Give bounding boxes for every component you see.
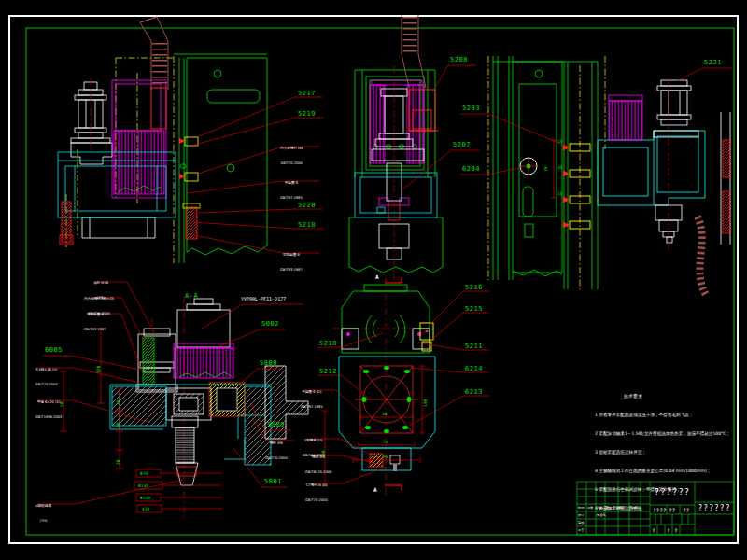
technical-notes: 1 所有零件装配前必须清洗干净，不得有毛刺飞边； 2 装配滚动轴承1～1.5级/… [595,400,733,518]
callout-line: 螺钉 M8 [265,441,288,446]
titleblock-sheet: ? [667,527,670,534]
titleblock-sheet: ? [674,527,678,534]
dim-label: 15 [557,139,562,144]
part-label: 6214 [465,365,483,372]
part-label: 5219 [298,110,316,118]
part-label: 5216 [465,284,483,291]
note-line: 1 所有零件装配前必须清洗干净，不得有毛刺飞边； [595,413,733,419]
callout-line: 平垫圈 8 [280,181,303,186]
dim-label: Φ120 [140,496,150,500]
dim-label: Φ130 [138,483,148,488]
dim-label: 35 [557,165,562,170]
callout-line: GB/T70-2000 [305,498,328,503]
part-label: 5215 [465,305,483,313]
cad-drawing-sheet: 5217 5219 内六角螺钉 M8 GB/T70-2000 平垫圈 8 GB/… [0,0,747,560]
fastener-callout: T2 螺钉-B (D) GB/T70-2000 [305,473,328,509]
callout-line: T2 螺钉-B (D) [305,483,328,488]
callout-line: 弹簧垫圈 8 [280,253,303,258]
fastener-callout: 3-M6×16 (A) GB/T70-2000 [35,357,58,393]
part-label: 5217 [298,90,316,97]
callout-line: 平垫圈 6 (D) [301,390,323,395]
callout-line: GB/T93-1987 [280,268,303,273]
titleblock-drawing-title: ?????? [651,487,694,497]
callout-line: 油标 M16 [93,281,108,286]
callout-line: GB/T97-1985 [280,196,303,201]
dim-label: 78 [116,400,120,405]
callout-line: 螺母 M6 [305,455,331,460]
part-label: 5220 [298,202,316,209]
titleblock-cell-label: 处数 [587,506,593,510]
dim-label: 90 [383,455,388,459]
motor-model-callout: YVP90L-PF11-D177 [241,296,286,301]
part-label: 6005 [45,346,63,354]
dim-label: 15 [557,191,562,196]
part-label: 5210 [319,340,337,347]
callout-line: 内六角螺钉 M8 [280,147,303,151]
notes-title: 技术要求 [605,393,661,399]
dim-label: 30 [116,460,120,465]
part-label: 6204 [462,165,480,173]
callout-line: GB/T70-2000 [280,161,303,166]
section-mark: A [374,486,377,493]
part-label: 5207 [453,141,471,148]
callout-line: T型螺母 (D) [303,439,325,443]
part-label: 5218 [298,221,316,229]
part-label: 5212 [319,368,337,375]
dim-label: 520 [96,366,101,373]
titleblock-sheet: ? [652,527,655,534]
titleblock-cell-label: 审核 [578,521,584,525]
note-line: 3 齿轮装配后应运转灵活； [595,450,733,456]
titleblock-qty: ?? [669,507,675,513]
callout-line: GB/T70-2000 [265,456,288,461]
section-view-title: A-A [185,292,198,300]
titleblock-material: ?? [683,507,689,513]
fastener-callout: 弹簧垫圈 8 GB/T93-1987 [280,243,303,278]
titleblock-cell-label: 设计 [578,513,584,517]
dim-label: 50 [60,402,64,407]
part-label: 5203 [462,105,480,112]
fastener-callout: 弹簧垫圈 8 GB/T93-1987 [84,302,106,338]
titleblock-cell-label: 分区 [597,506,602,510]
titleblock-cell-label: 工艺 [578,528,584,532]
fastener-callout: 内六角螺钉 M8 GB/T70-2000 [280,136,303,172]
callout-line: GB/T93-1987 [84,328,106,332]
callout-line: 平键 6×20 (D) [35,400,62,405]
part-label: 6213 [465,388,483,396]
callout-line: GB/T1096-2003 [35,415,62,420]
fastener-callout: 平键 6×20 (D) GB/T1096-2003 [35,390,62,426]
titleblock-cell-label: 年月日 [630,506,640,510]
titleblock-cell-label: 标记 [578,506,584,510]
dim-label: 38 [382,412,387,416]
part-label: 5002 [261,320,279,328]
dim-label: E [544,165,548,172]
callout-line: (7H) [35,519,51,524]
part-label: 5800 [260,359,277,367]
dim-label: 70 [383,440,388,444]
titleblock-cell-label: 标准化 [597,513,606,517]
callout-line: 弹簧垫圈 8 [84,313,106,317]
titleblock-cell-label: 签名 [619,506,625,510]
part-label: 5001 [264,478,282,485]
dim-label: 90 [321,451,326,455]
titleblock-model: ???? [653,507,666,513]
note-line: 4 主轴轴线对工作台面的垂直度公差(0.04 mm/1000mm)； [595,469,733,475]
fastener-callout: 平垫圈 6 (D) GB/T97-1985 [301,380,323,415]
callout-line: 3-M6×16 (A) [35,368,58,372]
section-mark: A [375,273,379,280]
fastener-callout: U型联轴器 (7H) [35,494,51,529]
fastener-callout: 螺钉 M8 GB/T70-2000 [265,431,288,467]
callout-line: U型联轴器 [35,504,51,509]
part-label: 5211 [465,343,483,350]
callout-line: GB/T97-1985 [301,405,323,410]
callout-line: GB/T70-2000 [35,383,58,387]
callout-line: 内六角螺钉 M8×25 [84,297,114,301]
dim-label: 470 [142,507,149,511]
part-label: 5221 [704,59,722,66]
part-label: 5889 [267,421,285,428]
dim-label: 50 [116,423,120,427]
titleblock-company: ?????? [696,504,733,512]
dim-label: Φ70 [140,471,148,476]
note-line: 2 装配滚动轴承1～1.5级/允许用机油加热热装，油温不得超过100℃； [595,431,733,438]
part-label: 5208 [450,56,468,63]
dim-label: 140 [423,399,428,407]
